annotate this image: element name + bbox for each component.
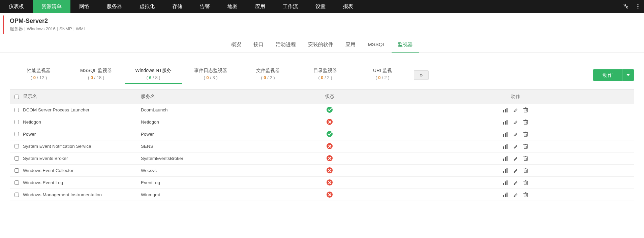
status-error-icon [327,192,333,198]
cell-status [262,155,397,162]
top-nav-item[interactable]: 存储 [163,0,191,13]
more-menu-icon[interactable] [632,0,644,13]
breadcrumb: 服务器|Windows 2016|SNMP|WMI [10,26,644,32]
top-nav-item[interactable]: 告警 [191,0,219,13]
more-button[interactable]: » [414,70,429,80]
top-nav-item[interactable]: 应用 [246,0,274,13]
top-nav-item[interactable]: 工作流 [274,0,307,13]
detail-tab[interactable]: 监视器 [392,38,419,53]
monitor-category-card[interactable]: 目录监视器( 0 / 2 ) [297,66,354,84]
trash-icon[interactable] [523,180,528,185]
status-error-icon [327,155,333,161]
table-row: Windows Management InstrumentationWinmgm… [10,189,634,201]
chart-icon[interactable] [503,132,508,137]
top-nav-item[interactable]: 仪表板 [0,0,33,13]
status-error-icon [327,167,333,173]
chart-icon[interactable] [503,180,508,185]
chart-icon[interactable] [503,144,508,149]
monitor-category-bar: 性能监视器( 0 / 12 )MSSQL 监视器( 0 / 18 )Window… [0,53,644,87]
monitor-category-card[interactable]: URL监视( 0 / 2 ) [354,66,411,84]
edit-icon[interactable] [513,168,518,173]
cell-display-name: Windows Management Instrumentation [23,192,141,197]
detail-tab[interactable]: 应用 [339,38,362,53]
cell-display-name: DCOM Server Process Launcher [23,107,141,112]
detail-tab[interactable]: 概况 [225,38,247,53]
detail-tabs: 概况接口活动进程安装的软件应用MSSQL监视器 [0,38,644,53]
edit-icon[interactable] [513,107,518,113]
monitor-category-card[interactable]: 文件监视器( 0 / 2 ) [239,66,297,84]
cell-service-name: Netlogon [141,120,262,125]
cell-display-name: System Events Broker [23,156,141,161]
breadcrumb-item[interactable]: SNMP [59,26,72,31]
monitor-card-count: ( 0 / 3 ) [184,75,237,80]
edit-icon[interactable] [513,144,518,149]
monitor-category-card[interactable]: MSSQL 监视器( 0 / 18 ) [67,66,125,84]
cell-actions [397,144,634,149]
select-all-checkbox[interactable] [10,95,23,99]
detail-tab[interactable]: 安装的软件 [302,38,339,53]
edit-icon[interactable] [513,156,518,161]
trash-icon[interactable] [523,168,528,173]
cell-service-name: SystemEventsBroker [141,156,262,161]
row-checkbox[interactable] [10,132,23,136]
action-dropdown-button[interactable]: 动作 [593,69,634,81]
trash-icon[interactable] [523,156,528,161]
monitor-category-card[interactable]: Windows NT服务( 6 / 8 ) [125,66,182,84]
row-checkbox[interactable] [10,156,23,161]
row-checkbox[interactable] [10,144,23,148]
row-checkbox[interactable] [10,180,23,185]
cell-actions [397,156,634,161]
row-checkbox[interactable] [10,168,23,173]
breadcrumb-separator: | [57,26,58,31]
row-checkbox[interactable] [10,108,23,112]
breadcrumb-item[interactable]: Windows 2016 [27,26,55,31]
top-nav-item[interactable]: 服务器 [98,0,131,13]
cell-display-name: Netlogon [23,120,141,125]
breadcrumb-item[interactable]: 服务器 [10,26,23,31]
detail-tab[interactable]: MSSQL [362,38,392,53]
cell-service-name: Wecsvc [141,168,262,173]
chart-icon[interactable] [503,120,508,125]
collapse-icon[interactable] [620,0,632,13]
chart-icon[interactable] [503,168,508,173]
chart-icon[interactable] [503,107,508,113]
cell-actions [397,168,634,173]
trash-icon[interactable] [523,144,528,149]
cell-display-name: System Event Notification Service [23,144,141,149]
trash-icon[interactable] [523,107,528,113]
trash-icon[interactable] [523,132,528,137]
monitor-card-title: 性能监视器 [12,68,65,74]
top-nav-item[interactable]: 虚拟化 [131,0,163,13]
edit-icon[interactable] [513,132,518,137]
top-nav-item[interactable]: 地图 [219,0,246,13]
row-checkbox[interactable] [10,120,23,124]
monitor-category-card[interactable]: 事件日志监视器( 0 / 3 ) [182,66,239,84]
caret-down-icon [622,74,634,76]
detail-tab[interactable]: 活动进程 [270,38,302,53]
status-ok-icon [327,131,333,137]
top-nav-item[interactable]: 网络 [70,0,98,13]
edit-icon[interactable] [513,120,518,125]
monitor-card-count: ( 0 / 2 ) [241,75,295,80]
trash-icon[interactable] [523,192,528,198]
chevron-right-icon: » [420,72,423,78]
top-nav-item[interactable]: 资源清单 [33,0,70,13]
cell-status [262,119,397,125]
monitor-card-title: 文件监视器 [241,68,295,74]
status-error-icon [327,179,333,185]
edit-icon[interactable] [513,180,518,185]
detail-tab[interactable]: 接口 [247,38,270,53]
chart-icon[interactable] [503,156,508,161]
monitor-category-card[interactable]: 性能监视器( 0 / 12 ) [10,66,67,84]
page-title: OPM-Server2 [10,18,644,25]
breadcrumb-item[interactable]: WMI [76,26,85,31]
monitor-card-title: 事件日志监视器 [184,68,237,74]
top-nav-item[interactable]: 报表 [334,0,362,13]
trash-icon[interactable] [523,120,528,125]
cell-actions [397,180,634,185]
row-checkbox[interactable] [10,193,23,197]
action-button-label: 动作 [593,72,622,78]
top-nav-item[interactable]: 设置 [307,0,334,13]
edit-icon[interactable] [513,192,518,198]
chart-icon[interactable] [503,192,508,198]
